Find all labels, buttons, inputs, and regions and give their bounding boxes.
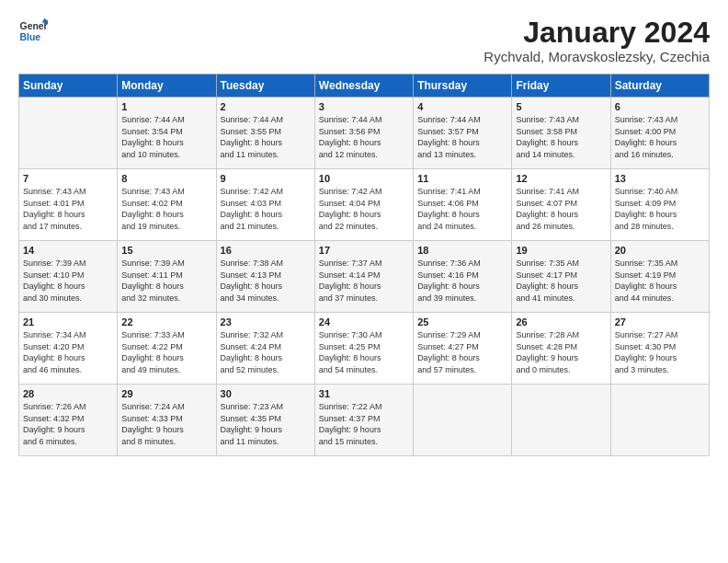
day-info: Sunrise: 7:42 AM Sunset: 4:04 PM Dayligh… [319, 186, 409, 232]
day-number: 20 [615, 245, 705, 256]
day-info: Sunrise: 7:39 AM Sunset: 4:10 PM Dayligh… [23, 258, 113, 304]
calendar-week-0: 1Sunrise: 7:44 AM Sunset: 3:54 PM Daylig… [19, 98, 710, 169]
day-info: Sunrise: 7:43 AM Sunset: 4:02 PM Dayligh… [121, 186, 211, 232]
day-info: Sunrise: 7:43 AM Sunset: 3:58 PM Dayligh… [516, 114, 606, 160]
day-number: 2 [221, 101, 311, 112]
day-info: Sunrise: 7:33 AM Sunset: 4:22 PM Dayligh… [121, 329, 211, 375]
calendar-cell: 20Sunrise: 7:35 AM Sunset: 4:19 PM Dayli… [610, 241, 709, 313]
col-tuesday: Tuesday [216, 75, 314, 98]
day-number: 31 [319, 388, 409, 399]
calendar-table: Sunday Monday Tuesday Wednesday Thursday… [18, 74, 710, 456]
col-monday: Monday [118, 75, 216, 98]
day-info: Sunrise: 7:32 AM Sunset: 4:24 PM Dayligh… [221, 329, 311, 375]
calendar-cell: 4Sunrise: 7:44 AM Sunset: 3:57 PM Daylig… [414, 98, 512, 169]
calendar-cell [610, 385, 709, 456]
day-info: Sunrise: 7:40 AM Sunset: 4:09 PM Dayligh… [615, 186, 705, 232]
day-number: 7 [23, 173, 113, 184]
calendar-cell: 8Sunrise: 7:43 AM Sunset: 4:02 PM Daylig… [118, 169, 216, 241]
day-info: Sunrise: 7:24 AM Sunset: 4:33 PM Dayligh… [121, 401, 211, 447]
day-info: Sunrise: 7:44 AM Sunset: 3:55 PM Dayligh… [221, 114, 311, 160]
calendar-cell: 31Sunrise: 7:22 AM Sunset: 4:37 PM Dayli… [314, 385, 413, 456]
calendar-cell [512, 385, 610, 456]
day-number: 4 [417, 101, 507, 112]
day-number: 3 [319, 101, 409, 112]
calendar-cell: 30Sunrise: 7:23 AM Sunset: 4:35 PM Dayli… [216, 385, 314, 456]
calendar-cell: 16Sunrise: 7:38 AM Sunset: 4:13 PM Dayli… [216, 241, 314, 313]
day-info: Sunrise: 7:30 AM Sunset: 4:25 PM Dayligh… [319, 329, 409, 375]
day-number: 28 [23, 388, 113, 399]
calendar-cell: 9Sunrise: 7:42 AM Sunset: 4:03 PM Daylig… [216, 169, 314, 241]
calendar-cell: 13Sunrise: 7:40 AM Sunset: 4:09 PM Dayli… [610, 169, 709, 241]
day-info: Sunrise: 7:43 AM Sunset: 4:01 PM Dayligh… [23, 186, 113, 232]
calendar-week-3: 21Sunrise: 7:34 AM Sunset: 4:20 PM Dayli… [19, 313, 710, 385]
day-number: 24 [319, 316, 409, 327]
subtitle: Rychvald, Moravskoslezsky, Czechia [483, 49, 710, 64]
day-info: Sunrise: 7:44 AM Sunset: 3:57 PM Dayligh… [417, 114, 507, 160]
col-thursday: Thursday [414, 75, 512, 98]
logo: General Blue [18, 17, 48, 46]
svg-text:Blue: Blue [20, 32, 41, 42]
col-saturday: Saturday [610, 75, 709, 98]
day-number: 1 [121, 101, 211, 112]
day-number: 26 [516, 316, 606, 327]
calendar-cell: 24Sunrise: 7:30 AM Sunset: 4:25 PM Dayli… [314, 313, 413, 385]
day-number: 22 [121, 316, 211, 327]
day-number: 29 [121, 388, 211, 399]
calendar-cell: 29Sunrise: 7:24 AM Sunset: 4:33 PM Dayli… [118, 385, 216, 456]
calendar-cell: 18Sunrise: 7:36 AM Sunset: 4:16 PM Dayli… [414, 241, 512, 313]
day-info: Sunrise: 7:35 AM Sunset: 4:17 PM Dayligh… [516, 258, 606, 304]
calendar-cell: 10Sunrise: 7:42 AM Sunset: 4:04 PM Dayli… [314, 169, 413, 241]
day-number: 23 [221, 316, 311, 327]
day-info: Sunrise: 7:42 AM Sunset: 4:03 PM Dayligh… [221, 186, 311, 232]
day-number: 9 [221, 173, 311, 184]
calendar-cell: 27Sunrise: 7:27 AM Sunset: 4:30 PM Dayli… [610, 313, 709, 385]
day-info: Sunrise: 7:36 AM Sunset: 4:16 PM Dayligh… [417, 258, 507, 304]
calendar-cell: 17Sunrise: 7:37 AM Sunset: 4:14 PM Dayli… [314, 241, 413, 313]
calendar-cell: 15Sunrise: 7:39 AM Sunset: 4:11 PM Dayli… [118, 241, 216, 313]
calendar-cell: 11Sunrise: 7:41 AM Sunset: 4:06 PM Dayli… [414, 169, 512, 241]
day-number: 27 [615, 316, 705, 327]
day-number: 19 [516, 245, 606, 256]
svg-text:General: General [20, 21, 48, 31]
calendar-cell: 22Sunrise: 7:33 AM Sunset: 4:22 PM Dayli… [118, 313, 216, 385]
day-info: Sunrise: 7:41 AM Sunset: 4:06 PM Dayligh… [417, 186, 507, 232]
calendar-cell: 21Sunrise: 7:34 AM Sunset: 4:20 PM Dayli… [19, 313, 118, 385]
calendar-cell: 28Sunrise: 7:26 AM Sunset: 4:32 PM Dayli… [19, 385, 118, 456]
title-area: January 2024 Rychvald, Moravskoslezsky, … [483, 17, 710, 64]
day-info: Sunrise: 7:22 AM Sunset: 4:37 PM Dayligh… [319, 401, 409, 447]
calendar-cell: 3Sunrise: 7:44 AM Sunset: 3:56 PM Daylig… [314, 98, 413, 169]
header-row: Sunday Monday Tuesday Wednesday Thursday… [19, 75, 710, 98]
day-number: 17 [319, 245, 409, 256]
calendar-cell: 6Sunrise: 7:43 AM Sunset: 4:00 PM Daylig… [610, 98, 709, 169]
day-info: Sunrise: 7:34 AM Sunset: 4:20 PM Dayligh… [23, 329, 113, 375]
calendar-cell: 7Sunrise: 7:43 AM Sunset: 4:01 PM Daylig… [19, 169, 118, 241]
day-number: 21 [23, 316, 113, 327]
calendar-cell: 5Sunrise: 7:43 AM Sunset: 3:58 PM Daylig… [512, 98, 610, 169]
calendar-week-1: 7Sunrise: 7:43 AM Sunset: 4:01 PM Daylig… [19, 169, 710, 241]
calendar-cell: 1Sunrise: 7:44 AM Sunset: 3:54 PM Daylig… [118, 98, 216, 169]
col-wednesday: Wednesday [314, 75, 413, 98]
day-info: Sunrise: 7:35 AM Sunset: 4:19 PM Dayligh… [615, 258, 705, 304]
page: General Blue January 2024 Rychvald, Mora… [0, 0, 728, 563]
main-title: January 2024 [483, 17, 710, 49]
day-number: 11 [417, 173, 507, 184]
day-number: 14 [23, 245, 113, 256]
day-info: Sunrise: 7:43 AM Sunset: 4:00 PM Dayligh… [615, 114, 705, 160]
col-friday: Friday [512, 75, 610, 98]
day-info: Sunrise: 7:23 AM Sunset: 4:35 PM Dayligh… [221, 401, 311, 447]
day-info: Sunrise: 7:28 AM Sunset: 4:28 PM Dayligh… [516, 329, 606, 375]
day-number: 12 [516, 173, 606, 184]
day-number: 8 [121, 173, 211, 184]
calendar-cell [414, 385, 512, 456]
day-number: 16 [221, 245, 311, 256]
calendar-cell: 14Sunrise: 7:39 AM Sunset: 4:10 PM Dayli… [19, 241, 118, 313]
calendar-cell: 12Sunrise: 7:41 AM Sunset: 4:07 PM Dayli… [512, 169, 610, 241]
day-number: 30 [221, 388, 311, 399]
day-info: Sunrise: 7:38 AM Sunset: 4:13 PM Dayligh… [221, 258, 311, 304]
logo-icon: General Blue [18, 17, 48, 46]
day-number: 10 [319, 173, 409, 184]
calendar-cell: 2Sunrise: 7:44 AM Sunset: 3:55 PM Daylig… [216, 98, 314, 169]
day-info: Sunrise: 7:39 AM Sunset: 4:11 PM Dayligh… [121, 258, 211, 304]
day-info: Sunrise: 7:37 AM Sunset: 4:14 PM Dayligh… [319, 258, 409, 304]
day-number: 15 [121, 245, 211, 256]
